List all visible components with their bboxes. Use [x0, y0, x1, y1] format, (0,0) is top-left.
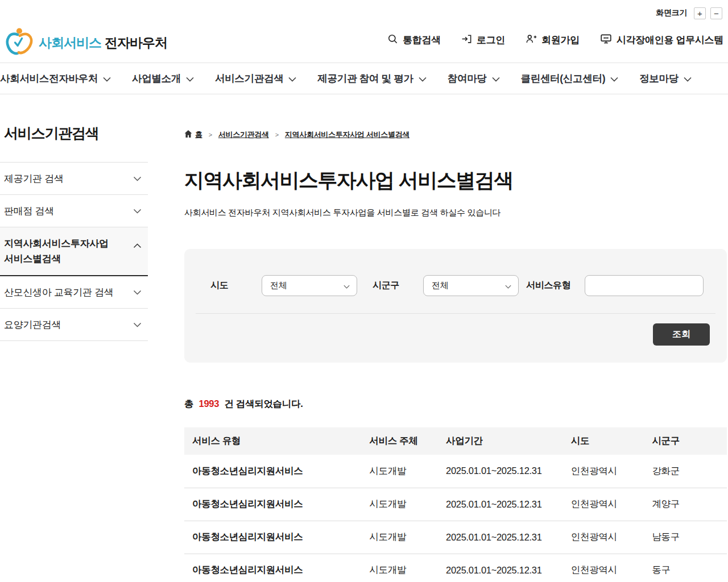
sido-filter-label: 시도: [210, 280, 262, 292]
nav-label: 정보마당: [639, 72, 679, 85]
main-content: 홈 > 서비스기관검색 > 지역사회서비스투자사업 서비스별검색 지역사회서비스…: [148, 94, 728, 582]
nav-item-clean-center[interactable]: 클린센터(신고센터): [521, 72, 619, 85]
result-count-prefix: 총: [184, 398, 193, 409]
table-row[interactable]: 아동청소년심리지원서비스 시도개발 2025.01.01~2025.12.31 …: [184, 455, 727, 488]
nav-item-voucher[interactable]: 사회서비스전자바우처: [0, 72, 111, 85]
breadcrumb: 홈 > 서비스기관검색 > 지역사회서비스투자사업 서비스별검색: [184, 130, 727, 140]
sidebar-item-maternity-edu-search[interactable]: 산모신생아 교육기관 검색: [0, 276, 148, 309]
global-nav: 사회서비스전자바우처 사업별소개 서비스기관검색 제공기관 참여 및 평가 참여…: [0, 63, 728, 94]
chevron-down-icon: [419, 73, 427, 85]
filter-row: 시도 전체 시군구 전체 서비스유형: [210, 275, 715, 296]
nav-label: 클린센터(신고센터): [521, 72, 606, 85]
breadcrumb-separator: >: [209, 131, 212, 138]
sidebar-item-community-service-search[interactable]: 지역사회서비스투자사업 서비스별검색: [0, 227, 148, 276]
service-type-input[interactable]: [585, 275, 704, 296]
search-filter-panel: 시도 전체 시군구 전체 서비스유형 조회: [184, 249, 727, 363]
nav-item-org-search[interactable]: 서비스기관검색: [215, 72, 296, 85]
sido-select-value: 전체: [270, 280, 287, 291]
search-button[interactable]: 조회: [653, 323, 710, 346]
sigungu-filter-label: 시군구: [373, 280, 423, 292]
site-logo[interactable]: 사회서비스전자바우처: [5, 26, 167, 59]
integrated-search-link[interactable]: 통합검색: [387, 34, 441, 47]
breadcrumb-home-label: 홈: [195, 130, 202, 140]
cell-service-type: 아동청소년심리지원서비스: [184, 488, 369, 521]
signup-link[interactable]: 회원가입: [526, 34, 580, 47]
nav-item-participation-eval[interactable]: 제공기관 참여 및 평가: [317, 72, 427, 85]
sidebar: 서비스기관검색 제공기관 검색 판매점 검색 지역사회서비스투자사업 서비스별검…: [0, 94, 148, 341]
search-icon: [387, 34, 398, 47]
sigungu-select-value: 전체: [432, 280, 448, 291]
table-row[interactable]: 아동청소년심리지원서비스 시도개발 2025.01.01~2025.12.31 …: [184, 521, 727, 554]
sidebar-item-store-search[interactable]: 판매점 검색: [0, 195, 148, 227]
chevron-down-icon: [288, 73, 296, 85]
sidebar-menu: 제공기관 검색 판매점 검색 지역사회서비스투자사업 서비스별검색 산모신생아 …: [0, 162, 148, 341]
col-service-owner: 서비스 주체: [369, 427, 446, 455]
cell-sigungu: 계양구: [652, 488, 727, 521]
screen-size-bar: 화면크기 + −: [0, 0, 728, 26]
chevron-down-icon: [133, 319, 142, 330]
sigungu-select[interactable]: 전체: [423, 275, 519, 296]
cell-service-type: 아동청소년심리지원서비스: [184, 554, 369, 582]
cell-sigungu: 동구: [652, 554, 727, 582]
nav-item-programs[interactable]: 사업별소개: [132, 72, 194, 85]
accessibility-system-link[interactable]: 시각장애인용 업무시스템: [600, 33, 723, 47]
sidebar-title: 서비스기관검색: [4, 124, 148, 143]
logo-icon: [5, 26, 33, 59]
breadcrumb-home[interactable]: 홈: [184, 130, 202, 140]
login-icon: [461, 34, 472, 47]
cell-sido: 인천광역시: [571, 455, 652, 488]
cell-service-owner: 시도개발: [369, 521, 446, 554]
table-header-row: 서비스 유형 서비스 주체 사업기간 시도 시군구: [184, 427, 727, 455]
screen-size-label: 화면크기: [656, 8, 687, 18]
brand-teal: 사회서비스: [39, 35, 101, 50]
cell-project-period: 2025.01.01~2025.12.31: [446, 455, 571, 488]
cell-service-owner: 시도개발: [369, 455, 446, 488]
result-count: 1993: [199, 398, 220, 409]
chevron-down-icon: [344, 281, 350, 290]
cell-sigungu: 강화군: [652, 455, 727, 488]
nav-item-community[interactable]: 참여마당: [448, 72, 500, 85]
cell-service-owner: 시도개발: [369, 488, 446, 521]
chevron-down-icon: [103, 73, 111, 85]
chevron-up-icon: [133, 240, 142, 251]
chevron-down-icon: [492, 73, 500, 85]
nav-item-information[interactable]: 정보마당: [639, 72, 692, 85]
sidebar-item-label: 요양기관검색: [4, 318, 61, 331]
breadcrumb-level1[interactable]: 서비스기관검색: [218, 130, 269, 140]
home-icon: [184, 130, 192, 139]
accessibility-system-label: 시각장애인용 업무시스템: [617, 34, 723, 47]
login-link[interactable]: 로그인: [461, 34, 505, 47]
cell-project-period: 2025.01.01~2025.12.31: [446, 521, 571, 554]
sidebar-item-label: 산모신생아 교육기관 검색: [4, 286, 114, 299]
col-sigungu: 시군구: [652, 427, 727, 455]
chevron-down-icon: [610, 73, 618, 85]
nav-label: 참여마당: [448, 72, 487, 85]
chevron-down-icon: [133, 286, 142, 298]
cell-project-period: 2025.01.01~2025.12.31: [446, 488, 571, 521]
table-row[interactable]: 아동청소년심리지원서비스 시도개발 2025.01.01~2025.12.31 …: [184, 554, 727, 582]
results-table: 서비스 유형 서비스 주체 사업기간 시도 시군구 아동청소년심리지원서비스 시…: [184, 427, 727, 582]
cell-sigungu: 남동구: [652, 521, 727, 554]
service-type-filter-label: 서비스유형: [526, 280, 585, 292]
col-sido: 시도: [571, 427, 652, 455]
header-utilities: 통합검색 로그인 회원가입 시각장애인용 업무시스템: [387, 33, 723, 47]
nav-label: 제공기관 참여 및 평가: [317, 72, 413, 85]
table-row[interactable]: 아동청소년심리지원서비스 시도개발 2025.01.01~2025.12.31 …: [184, 488, 727, 521]
monitor-icon: [600, 33, 612, 47]
zoom-out-button[interactable]: −: [710, 7, 722, 19]
result-count-suffix: 건 검색되었습니다.: [224, 398, 303, 409]
filter-divider: [196, 313, 715, 314]
col-project-period: 사업기간: [446, 427, 571, 455]
sidebar-item-carehome-search[interactable]: 요양기관검색: [0, 309, 148, 341]
chevron-down-icon: [186, 73, 194, 85]
zoom-in-button[interactable]: +: [694, 7, 706, 19]
nav-label: 서비스기관검색: [215, 72, 283, 85]
sido-select[interactable]: 전체: [262, 275, 357, 296]
breadcrumb-separator: >: [275, 131, 279, 138]
sidebar-item-label: 제공기관 검색: [4, 172, 64, 185]
sidebar-item-provider-search[interactable]: 제공기관 검색: [0, 163, 148, 195]
breadcrumb-level2[interactable]: 지역사회서비스투자사업 서비스별검색: [285, 130, 410, 140]
cell-service-type: 아동청소년심리지원서비스: [184, 455, 369, 488]
cell-sido: 인천광역시: [571, 488, 652, 521]
cell-sido: 인천광역시: [571, 554, 652, 582]
